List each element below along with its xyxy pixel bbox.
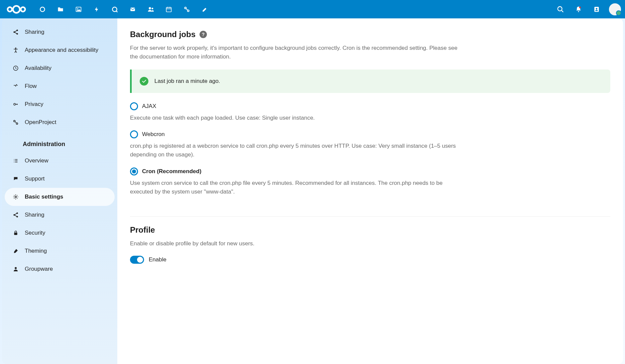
photos-app-icon[interactable] [70, 1, 87, 18]
notifications-icon[interactable] [570, 1, 587, 18]
sidebar-item-label: Flow [25, 83, 37, 90]
files-app-icon[interactable] [52, 1, 69, 18]
help-icon[interactable]: ? [200, 31, 207, 38]
svg-point-20 [579, 6, 581, 8]
share-icon [11, 29, 21, 35]
svg-point-22 [596, 8, 598, 9]
sidebar-item-theming[interactable]: Theming [5, 242, 115, 260]
sidebar-item-label: Theming [25, 248, 47, 254]
svg-line-38 [15, 215, 17, 217]
check-icon [140, 77, 148, 86]
svg-point-10 [152, 8, 153, 9]
contacts-app-icon[interactable] [142, 1, 159, 18]
radio-ajax[interactable] [130, 102, 138, 110]
lock-icon [11, 230, 21, 236]
sidebar-item-flow[interactable]: Flow [5, 77, 115, 95]
sidebar-item-openproject[interactable]: OpenProject [5, 113, 115, 131]
svg-line-7 [116, 11, 117, 12]
background-jobs-desc: For the server to work properly, it's im… [130, 44, 464, 62]
mail-app-icon[interactable] [124, 1, 141, 18]
flow-icon [11, 84, 21, 89]
sidebar-item-support[interactable]: Support [5, 170, 115, 188]
svg-point-5 [77, 8, 78, 9]
svg-point-30 [14, 103, 15, 105]
sidebar-item-admin-sharing[interactable]: Sharing [5, 206, 115, 224]
key-icon [11, 102, 21, 107]
svg-point-33 [15, 196, 17, 198]
svg-point-3 [40, 7, 44, 11]
sidebar-item-label: OpenProject [25, 119, 56, 126]
settings-content: Background jobs ? For the server to work… [117, 18, 623, 364]
user-avatar[interactable] [609, 3, 621, 15]
sidebar-item-security[interactable]: Security [5, 224, 115, 242]
radio-cron[interactable] [130, 167, 138, 175]
sidebar-item-label: Support [25, 175, 45, 182]
profile-section: Profile Enable or disable profile by def… [130, 225, 610, 263]
sidebar-item-basic-settings[interactable]: Basic settings [5, 188, 115, 206]
radio-cron-label[interactable]: Cron (Recommended) [142, 168, 202, 175]
svg-point-9 [149, 7, 151, 9]
background-jobs-title: Background jobs ? [130, 30, 610, 39]
sidebar-item-label: Groupware [25, 266, 53, 272]
title-text: Background jobs [130, 30, 196, 39]
chat-icon [11, 176, 21, 181]
top-app-bar [34, 1, 213, 18]
svg-point-6 [112, 7, 117, 11]
section-divider [130, 216, 610, 217]
search-icon[interactable] [552, 1, 569, 18]
svg-point-40 [15, 267, 17, 269]
profile-enable-label[interactable]: Enable [149, 256, 166, 263]
gear-icon [11, 194, 21, 200]
sidebar-item-overview[interactable]: Overview [5, 152, 115, 170]
svg-point-19 [578, 11, 579, 12]
sidebar-item-appearance[interactable]: Appearance and accessibility [5, 41, 115, 59]
brush-icon [11, 248, 21, 254]
topbar [0, 0, 625, 18]
list-icon [11, 158, 21, 163]
sidebar-item-label: Sharing [25, 29, 44, 35]
dashboard-app-icon[interactable] [34, 1, 51, 18]
sidebar-item-label: Overview [25, 157, 48, 164]
svg-line-37 [15, 214, 17, 215]
activity-app-icon[interactable] [88, 1, 105, 18]
svg-line-26 [15, 31, 17, 32]
user-icon [11, 266, 21, 272]
svg-line-27 [15, 32, 17, 34]
radio-webcron[interactable] [130, 130, 138, 138]
radio-ajax-label[interactable]: AJAX [142, 103, 156, 110]
profile-desc: Enable or disable profile by default for… [130, 239, 464, 248]
sidebar-item-label: Security [25, 230, 45, 236]
sidebar-item-label: Sharing [25, 212, 44, 218]
radio-webcron-label[interactable]: Webcron [142, 131, 165, 138]
profile-title: Profile [130, 225, 610, 235]
svg-point-1 [13, 6, 20, 13]
accessibility-icon [11, 47, 21, 53]
title-text: Profile [130, 225, 155, 235]
contacts-menu-icon[interactable] [588, 1, 605, 18]
sidebar-item-label: Appearance and accessibility [25, 47, 98, 53]
sidebar-admin-header: Administration [2, 131, 117, 152]
openproject-icon [11, 119, 21, 125]
calendar-app-icon[interactable] [160, 1, 177, 18]
sidebar-item-label: Privacy [25, 101, 43, 108]
svg-rect-11 [166, 7, 171, 12]
profile-enable-toggle[interactable] [130, 256, 144, 264]
share-icon [11, 212, 21, 218]
radio-webcron-desc: cron.php is registered at a webcron serv… [130, 142, 464, 159]
sidebar-item-groupware[interactable]: Groupware [5, 260, 115, 278]
radio-cron-desc: Use system cron service to call the cron… [130, 179, 464, 197]
sidebar-item-availability[interactable]: Availability [5, 59, 115, 77]
settings-sidebar: Sharing Appearance and accessibility Ava… [2, 18, 117, 364]
circles-app-icon[interactable] [106, 1, 123, 18]
sidebar-item-sharing[interactable]: Sharing [5, 23, 115, 41]
radio-ajax-desc: Execute one task with each page loaded. … [130, 114, 464, 122]
sidebar-item-label: Availability [25, 65, 51, 72]
svg-point-17 [558, 6, 562, 11]
sidebar-item-privacy[interactable]: Privacy [5, 95, 115, 113]
notes-app-icon[interactable] [197, 1, 213, 18]
app-logo[interactable] [7, 4, 26, 14]
openproject-app-icon[interactable] [178, 1, 195, 18]
clock-icon [11, 65, 21, 71]
cron-status-text: Last job ran a minute ago. [154, 78, 220, 85]
svg-rect-39 [14, 233, 17, 235]
